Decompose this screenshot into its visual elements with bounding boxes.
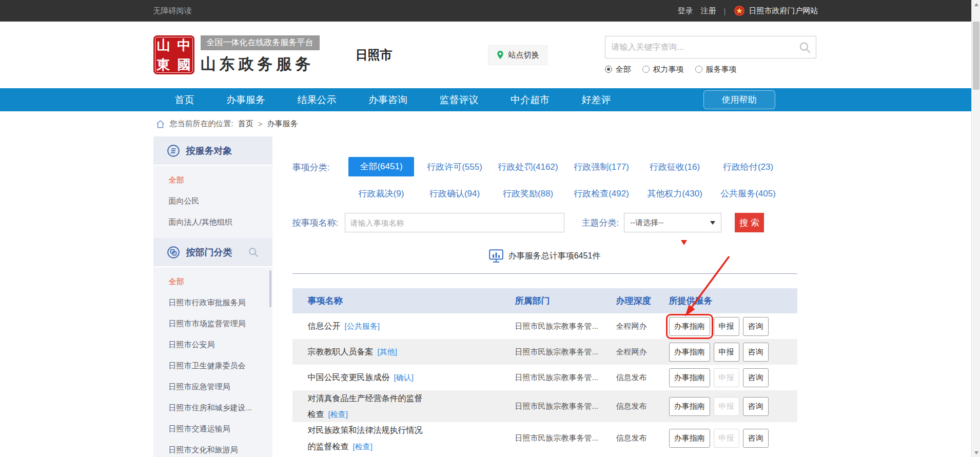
- register-link[interactable]: 注册: [701, 6, 716, 16]
- sidebar: 按服务对象 全部面向公民面向法人/其他组织 按部门分类: [153, 136, 272, 457]
- site-switch-button[interactable]: 站点切换: [488, 45, 547, 65]
- item-department: 日照市民族宗教事务管...: [515, 402, 616, 411]
- shandong-seal-logo: 山中 東國: [153, 35, 194, 74]
- apply-button[interactable]: 申报: [714, 343, 739, 362]
- service-target-title: 按服务对象: [186, 145, 232, 157]
- guide-button[interactable]: 办事指南: [669, 317, 710, 336]
- breadcrumb-current[interactable]: 办事服务: [267, 119, 298, 129]
- scope-radio-1[interactable]: 全部: [605, 65, 631, 74]
- service-target-item-3[interactable]: 面向法人/其他组织: [153, 212, 272, 233]
- table-row: 对民族政策和法律法规执行情况的监督检查[检查]日照市民族宗教事务管...信息发布…: [292, 422, 797, 454]
- service-target-item-2[interactable]: 面向公民: [153, 191, 272, 212]
- scope-radio-2[interactable]: 权力事项: [642, 65, 684, 74]
- item-name-link[interactable]: 信息公开: [308, 322, 341, 330]
- city-name: 日照市: [356, 47, 393, 63]
- table-row: 对清真食品生产经营条件的监督检查[检查]日照市民族宗教事务管...信息发布办事指…: [292, 390, 797, 422]
- col-header-name: 事项名称: [292, 295, 515, 307]
- category-2[interactable]: 行政许可(555): [427, 161, 482, 173]
- nav-items: 首页办事服务结果公示办事咨询监督评议中介超市好差评: [175, 93, 611, 107]
- page-scrollbar[interactable]: [971, 0, 980, 457]
- department-item-2[interactable]: 日照市行政审批服务局: [153, 292, 272, 313]
- nav-item-7[interactable]: 好差评: [582, 93, 611, 107]
- department-item-4[interactable]: 日照市公安局: [153, 334, 272, 355]
- department-item-3[interactable]: 日照市市场监督管理局: [153, 313, 272, 334]
- nav-item-4[interactable]: 办事咨询: [368, 93, 407, 107]
- item-type-tag[interactable]: [检查]: [353, 442, 373, 451]
- radio-icon: [695, 66, 702, 73]
- consult-button[interactable]: 咨询: [743, 397, 769, 416]
- table-body: 信息公开[公共服务]日照市民族宗教事务管...全程网办办事指南申报咨询宗教教职人…: [292, 313, 797, 454]
- category-5[interactable]: 行政征收(16): [650, 161, 700, 173]
- scope-label: 服务事项: [706, 65, 737, 74]
- search-icon[interactable]: [798, 41, 812, 54]
- department-item-9[interactable]: 日照市文化和旅游局: [153, 440, 272, 457]
- department-item-5[interactable]: 日照市卫生健康委员会: [153, 355, 272, 376]
- item-name-link[interactable]: 宗教教职人员备案: [308, 347, 374, 356]
- sidebar-scrollbar-thumb[interactable]: [269, 270, 271, 307]
- nav-item-3[interactable]: 结果公示: [298, 93, 337, 107]
- consult-button[interactable]: 咨询: [743, 429, 769, 448]
- table-row: 信息公开[公共服务]日照市民族宗教事务管...全程网办办事指南申报咨询: [292, 313, 797, 339]
- category-12[interactable]: 公共服务(405): [720, 188, 776, 200]
- department-search-icon[interactable]: [248, 247, 259, 258]
- category-6[interactable]: 行政给付(23): [723, 161, 773, 173]
- guide-button[interactable]: 办事指南: [669, 397, 710, 416]
- department-item-8[interactable]: 日照市交通运输局: [153, 419, 272, 440]
- accessibility-link[interactable]: 无障碍阅读: [153, 6, 192, 16]
- item-name-input[interactable]: [345, 213, 564, 232]
- category-1[interactable]: 全部(6451): [348, 157, 414, 176]
- scope-radio-3[interactable]: 服务事项: [695, 65, 737, 74]
- nav-item-5[interactable]: 监督评议: [440, 93, 479, 107]
- department-item-6[interactable]: 日照市应急管理局: [153, 376, 272, 398]
- item-type-tag[interactable]: [其他]: [378, 347, 397, 356]
- department-list-wrap: 全部日照市行政审批服务局日照市市场监督管理局日照市公安局日照市卫生健康委员会日照…: [153, 267, 272, 457]
- portal-link[interactable]: 日照市政府门户网站: [734, 5, 818, 16]
- item-type-tag[interactable]: [确认]: [394, 373, 414, 382]
- service-target-item-1[interactable]: 全部: [153, 170, 272, 191]
- item-services: 办事指南申报咨询: [669, 317, 797, 336]
- category-4[interactable]: 行政强制(177): [574, 161, 629, 173]
- guide-button[interactable]: 办事指南: [669, 429, 710, 448]
- item-name-link[interactable]: 对清真食品生产经营条件的监督检查: [308, 394, 423, 419]
- department-item-7[interactable]: 日照市住房和城乡建设...: [153, 398, 272, 419]
- brand-logo[interactable]: 山中 東國 全国一体化在线政务服务平台 山东政务服务: [153, 35, 320, 75]
- consult-button[interactable]: 咨询: [743, 317, 769, 336]
- nav-item-2[interactable]: 办事服务: [226, 93, 265, 107]
- department-item-1[interactable]: 全部: [153, 271, 272, 292]
- help-button[interactable]: 使用帮助: [703, 90, 775, 109]
- scrollbar-thumb[interactable]: [973, 22, 979, 90]
- item-name-link[interactable]: 中国公民变更民族成份: [308, 373, 390, 382]
- scope-label: 全部: [616, 65, 631, 74]
- consult-button[interactable]: 咨询: [743, 368, 769, 387]
- apply-button[interactable]: 申报: [714, 317, 739, 336]
- radio-icon: [642, 66, 650, 73]
- consult-button[interactable]: 咨询: [743, 343, 769, 362]
- topic-select[interactable]: --请选择--: [624, 213, 721, 232]
- content: 事项分类: 全部(6451)行政许可(555)行政处罚(4162)行政强制(17…: [292, 136, 797, 457]
- guide-button[interactable]: 办事指南: [669, 343, 710, 362]
- item-name-cell: 中国公民变更民族成份[确认]: [292, 369, 515, 385]
- item-services: 办事指南申报咨询: [669, 429, 797, 448]
- item-depth: 信息发布: [616, 433, 669, 443]
- category-11[interactable]: 其他权力(430): [647, 188, 702, 200]
- guide-button[interactable]: 办事指南: [669, 368, 710, 387]
- category-10[interactable]: 行政检查(492): [574, 188, 629, 200]
- keyword-search-input[interactable]: [605, 36, 816, 58]
- item-type-tag[interactable]: [公共服务]: [345, 322, 380, 330]
- item-department: 日照市民族宗教事务管...: [515, 433, 616, 443]
- scrollbar-down-icon[interactable]: [972, 448, 980, 457]
- scrollbar-up-icon[interactable]: [972, 0, 980, 9]
- category-7[interactable]: 行政裁决(9): [359, 188, 404, 200]
- search-button[interactable]: 搜 索: [735, 213, 764, 232]
- nav-item-1[interactable]: 首页: [175, 93, 194, 107]
- category-9[interactable]: 行政奖励(88): [503, 188, 553, 200]
- col-header-depth: 办理深度: [616, 295, 669, 307]
- breadcrumb-home[interactable]: 首页: [238, 119, 253, 129]
- topbar: 无障碍阅读 登录 注册 | 日照市政府门户网站: [0, 0, 971, 22]
- nav-item-6[interactable]: 中介超市: [511, 93, 550, 107]
- category-8[interactable]: 行政确认(94): [429, 188, 480, 200]
- topic-filter-label: 主题分类:: [582, 217, 619, 229]
- item-type-tag[interactable]: [检查]: [328, 410, 348, 419]
- category-3[interactable]: 行政处罚(4162): [498, 161, 558, 173]
- login-link[interactable]: 登录: [678, 6, 693, 16]
